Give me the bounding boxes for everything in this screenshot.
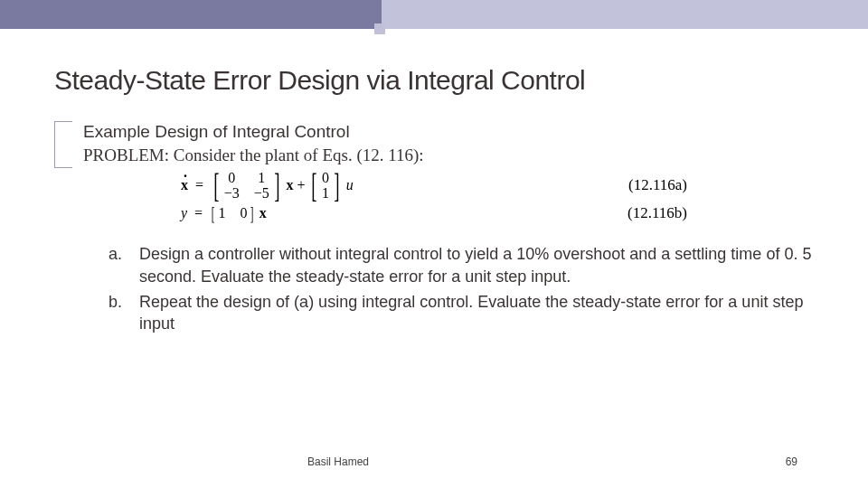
equation-row-a: x = [ 0 1 −3 −5 ] x + [ 0 1 — [181, 169, 687, 202]
list-item-a: a. Design a controller without integral … — [108, 243, 814, 287]
B2: 1 — [322, 185, 329, 202]
A22: −5 — [254, 185, 269, 202]
example-heading: Example Design of Integral Control — [83, 121, 814, 144]
A11: 0 — [224, 170, 240, 186]
A21: −3 — [224, 185, 240, 202]
footer-author: Basil Hamed — [307, 455, 369, 468]
equation-b: y = [ 1 0 ] x — [181, 203, 267, 223]
marker-a: a. — [108, 243, 139, 287]
u-var: u — [346, 177, 354, 193]
item-b-text: Repeat the design of (a) using integral … — [139, 291, 814, 335]
A12: 1 — [254, 170, 269, 186]
problem-list: a. Design a controller without integral … — [54, 243, 814, 334]
C2: 0 — [240, 205, 247, 221]
accent-square — [374, 23, 385, 34]
C1: 1 — [218, 205, 225, 221]
equation-label-a: (12.116a) — [628, 176, 687, 194]
footer: Basil Hamed 69 — [0, 455, 868, 468]
header-bar-dark — [0, 0, 382, 29]
bullet-bracket-icon — [54, 121, 72, 168]
equation-row-b: y = [ 1 0 ] x (12.116b) — [181, 203, 687, 223]
slide-content: Steady-State Error Design via Integral C… — [0, 29, 868, 334]
list-item-b: b. Repeat the design of (a) using integr… — [108, 291, 814, 335]
equation-block: x = [ 0 1 −3 −5 ] x + [ 0 1 — [54, 169, 814, 223]
subhead-block: Example Design of Integral Control PROBL… — [54, 121, 814, 167]
item-a-text: Design a controller without integral con… — [139, 243, 814, 287]
marker-b: b. — [108, 291, 139, 335]
header-bar-light — [382, 0, 868, 29]
B1: 0 — [322, 170, 329, 186]
problem-text: PROBLEM: Consider the plant of Eqs. (12.… — [83, 144, 814, 168]
equation-label-b: (12.116b) — [627, 204, 687, 222]
equation-a: x = [ 0 1 −3 −5 ] x + [ 0 1 — [181, 169, 354, 202]
footer-page-number: 69 — [786, 455, 797, 468]
header-bar — [0, 0, 868, 29]
slide-title: Steady-State Error Design via Integral C… — [54, 65, 814, 96]
